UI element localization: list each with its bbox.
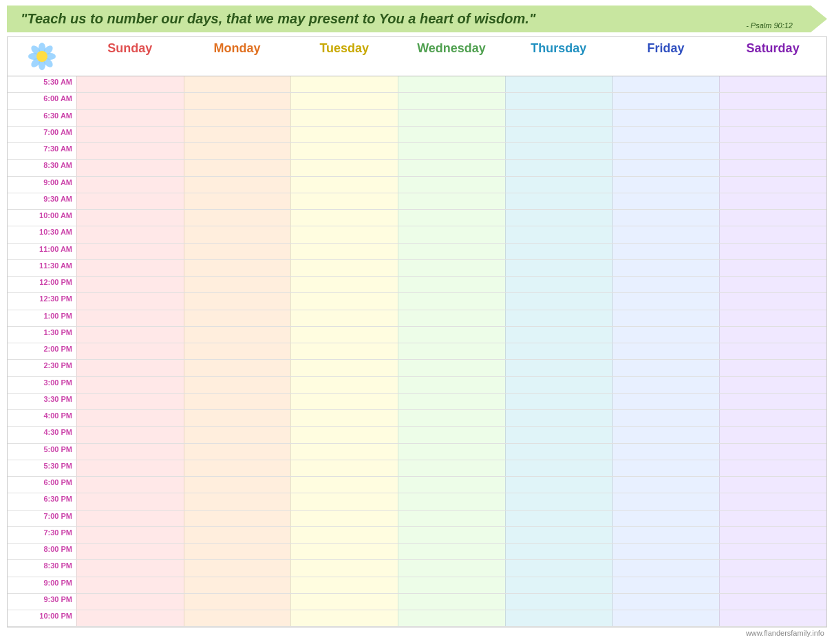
day-cell[interactable] [505, 244, 612, 259]
day-cell[interactable] [719, 577, 826, 593]
day-cell[interactable] [612, 310, 720, 326]
day-cell[interactable] [184, 110, 291, 126]
day-cell[interactable] [505, 310, 612, 326]
day-cell[interactable] [505, 143, 612, 159]
day-cell[interactable] [184, 594, 291, 610]
day-cell[interactable] [76, 277, 184, 292]
day-cell[interactable] [76, 193, 184, 209]
day-cell[interactable] [290, 143, 398, 159]
day-cell[interactable] [612, 177, 720, 193]
day-cell[interactable] [505, 444, 612, 460]
day-cell[interactable] [290, 527, 398, 543]
day-cell[interactable] [398, 244, 505, 259]
day-cell[interactable] [398, 444, 505, 460]
day-cell[interactable] [290, 394, 398, 409]
day-cell[interactable] [290, 477, 398, 493]
day-cell[interactable] [398, 210, 505, 226]
day-cell[interactable] [290, 244, 398, 259]
day-cell[interactable] [184, 226, 291, 242]
day-cell[interactable] [612, 193, 720, 209]
day-cell[interactable] [719, 110, 826, 126]
day-cell[interactable] [398, 93, 505, 109]
day-cell[interactable] [612, 127, 720, 142]
day-cell[interactable] [76, 160, 184, 175]
day-cell[interactable] [612, 444, 720, 460]
day-cell[interactable] [76, 110, 184, 126]
day-cell[interactable] [398, 293, 505, 309]
day-cell[interactable] [290, 511, 398, 526]
day-cell[interactable] [398, 394, 505, 409]
day-cell[interactable] [719, 327, 826, 343]
day-cell[interactable] [290, 193, 398, 209]
day-cell[interactable] [76, 460, 184, 476]
day-cell[interactable] [719, 360, 826, 376]
day-cell[interactable] [612, 377, 720, 393]
day-cell[interactable] [184, 93, 291, 109]
day-cell[interactable] [719, 193, 826, 209]
day-cell[interactable] [719, 444, 826, 460]
day-cell[interactable] [612, 394, 720, 409]
day-cell[interactable] [76, 444, 184, 460]
day-cell[interactable] [505, 610, 612, 626]
day-cell[interactable] [398, 310, 505, 326]
day-cell[interactable] [505, 511, 612, 526]
day-cell[interactable] [505, 410, 612, 426]
day-cell[interactable] [505, 93, 612, 109]
day-cell[interactable] [76, 360, 184, 376]
day-cell[interactable] [612, 594, 720, 610]
day-cell[interactable] [184, 360, 291, 376]
day-cell[interactable] [505, 293, 612, 309]
day-cell[interactable] [290, 177, 398, 193]
day-cell[interactable] [398, 610, 505, 626]
day-cell[interactable] [184, 343, 291, 359]
day-cell[interactable] [612, 110, 720, 126]
day-cell[interactable] [290, 93, 398, 109]
day-cell[interactable] [398, 127, 505, 142]
day-cell[interactable] [184, 577, 291, 593]
day-cell[interactable] [719, 226, 826, 242]
day-cell[interactable] [76, 127, 184, 142]
day-cell[interactable] [719, 493, 826, 509]
day-cell[interactable] [505, 177, 612, 193]
day-cell[interactable] [76, 93, 184, 109]
day-cell[interactable] [719, 310, 826, 326]
day-cell[interactable] [398, 143, 505, 159]
day-cell[interactable] [76, 343, 184, 359]
day-cell[interactable] [398, 594, 505, 610]
day-cell[interactable] [505, 427, 612, 442]
day-cell[interactable] [290, 110, 398, 126]
day-cell[interactable] [184, 160, 291, 175]
day-cell[interactable] [184, 394, 291, 409]
day-cell[interactable] [719, 93, 826, 109]
day-cell[interactable] [184, 293, 291, 309]
day-cell[interactable] [505, 160, 612, 175]
day-cell[interactable] [290, 427, 398, 442]
day-cell[interactable] [505, 594, 612, 610]
day-cell[interactable] [719, 160, 826, 175]
day-cell[interactable] [612, 93, 720, 109]
day-cell[interactable] [719, 427, 826, 442]
day-cell[interactable] [398, 76, 505, 92]
day-cell[interactable] [76, 394, 184, 409]
day-cell[interactable] [612, 610, 720, 626]
day-cell[interactable] [719, 293, 826, 309]
day-cell[interactable] [612, 544, 720, 559]
day-cell[interactable] [505, 493, 612, 509]
day-cell[interactable] [184, 560, 291, 576]
day-cell[interactable] [290, 377, 398, 393]
day-cell[interactable] [612, 511, 720, 526]
day-cell[interactable] [612, 260, 720, 276]
day-cell[interactable] [184, 527, 291, 543]
day-cell[interactable] [184, 377, 291, 393]
day-cell[interactable] [76, 210, 184, 226]
day-cell[interactable] [184, 143, 291, 159]
day-cell[interactable] [76, 544, 184, 559]
day-cell[interactable] [719, 143, 826, 159]
day-cell[interactable] [612, 560, 720, 576]
day-cell[interactable] [398, 360, 505, 376]
day-cell[interactable] [505, 360, 612, 376]
day-cell[interactable] [612, 160, 720, 175]
day-cell[interactable] [505, 110, 612, 126]
day-cell[interactable] [290, 410, 398, 426]
day-cell[interactable] [184, 310, 291, 326]
